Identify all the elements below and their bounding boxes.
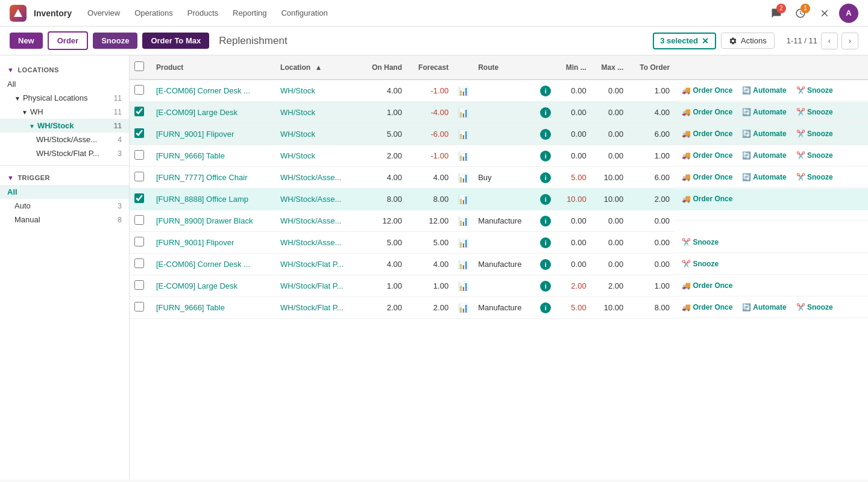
info-icon[interactable]: i xyxy=(540,86,551,96)
sidebar-physical-locations[interactable]: ▼Physical Locations 11 xyxy=(0,91,129,105)
location-link[interactable]: WH/Stock/Flat P... xyxy=(280,303,344,312)
close-icon-btn[interactable] xyxy=(815,4,834,23)
row-checkbox[interactable] xyxy=(134,237,144,246)
automate-button[interactable]: 🔄 Automate xyxy=(740,150,788,161)
location-link[interactable]: WH/Stock/Asse... xyxy=(280,216,341,225)
clock-icon-btn[interactable]: 1 xyxy=(791,4,810,23)
user-avatar[interactable]: A xyxy=(839,4,858,23)
location-link[interactable]: WH/Stock xyxy=(280,86,315,95)
prev-page-button[interactable]: ‹ xyxy=(821,33,838,49)
snooze-action-button[interactable]: ✂️ Snooze xyxy=(794,128,835,139)
nav-configuration[interactable]: Configuration xyxy=(275,6,333,20)
snooze-button[interactable]: Snooze xyxy=(93,33,137,49)
next-page-button[interactable]: › xyxy=(841,33,858,49)
order-to-max-button[interactable]: Order To Max xyxy=(142,33,209,49)
nav-operations[interactable]: Operations xyxy=(128,6,179,20)
sidebar-all-locations[interactable]: All xyxy=(0,77,129,91)
automate-button[interactable]: 🔄 Automate xyxy=(740,302,788,313)
order-once-button[interactable]: 🚚 Order Once xyxy=(679,150,735,161)
info-icon[interactable]: i xyxy=(540,302,551,313)
order-once-button[interactable]: 🚚 Order Once xyxy=(679,280,735,291)
chart-icon[interactable]: 📊 xyxy=(458,303,468,313)
chat-icon-btn[interactable]: 2 xyxy=(767,4,786,23)
order-once-button[interactable]: 🚚 Order Once xyxy=(679,128,735,139)
product-link[interactable]: [E-COM06] Corner Desk ... xyxy=(156,260,250,269)
chart-icon[interactable]: 📊 xyxy=(458,195,468,204)
product-link[interactable]: [FURN_8900] Drawer Black xyxy=(156,216,253,225)
info-icon[interactable]: i xyxy=(540,194,551,205)
location-column-header[interactable]: Location ▲ xyxy=(275,55,360,80)
order-once-button[interactable]: 🚚 Order Once xyxy=(679,172,735,183)
order-once-button[interactable]: 🚚 Order Once xyxy=(679,193,735,204)
location-link[interactable]: WH/Stock/Asse... xyxy=(280,195,341,204)
product-link[interactable]: [E-COM09] Large Desk xyxy=(156,108,237,117)
chart-icon[interactable]: 📊 xyxy=(458,130,468,139)
automate-button[interactable]: 🔄 Automate xyxy=(740,85,788,96)
select-all-checkbox[interactable] xyxy=(134,61,144,71)
product-link[interactable]: [FURN_9001] Flipover xyxy=(156,238,234,247)
chart-icon[interactable]: 📊 xyxy=(458,86,468,96)
info-icon[interactable]: i xyxy=(540,259,551,270)
row-checkbox[interactable] xyxy=(134,85,144,95)
automate-button[interactable]: 🔄 Automate xyxy=(740,172,788,183)
location-link[interactable]: WH/Stock/Asse... xyxy=(280,238,341,247)
product-link[interactable]: [FURN_8888] Office Lamp xyxy=(156,195,248,204)
clear-selection-icon[interactable]: ✕ xyxy=(702,36,709,46)
location-link[interactable]: WH/Stock xyxy=(280,151,315,160)
snooze-action-button[interactable]: ✂️ Snooze xyxy=(679,237,721,248)
sidebar-trigger-all[interactable]: All xyxy=(0,185,129,199)
sidebar-wh-stock-flat[interactable]: WH/Stock/Flat P... 3 xyxy=(0,146,129,160)
product-column-header[interactable]: Product xyxy=(151,55,275,80)
chart-icon[interactable]: 📊 xyxy=(458,260,468,269)
nav-reporting[interactable]: Reporting xyxy=(227,6,272,20)
order-once-button[interactable]: 🚚 Order Once xyxy=(679,302,735,313)
info-icon[interactable]: i xyxy=(540,281,551,292)
snooze-action-button[interactable]: ✂️ Snooze xyxy=(794,302,835,313)
row-checkbox[interactable] xyxy=(134,302,144,311)
chart-icon[interactable]: 📊 xyxy=(458,216,468,226)
new-button[interactable]: New xyxy=(10,33,43,49)
chart-icon[interactable]: 📊 xyxy=(458,108,468,117)
row-checkbox[interactable] xyxy=(134,193,144,203)
sidebar-wh-stock-asse[interactable]: WH/Stock/Asse... 4 xyxy=(0,133,129,146)
row-checkbox[interactable] xyxy=(134,172,144,181)
sidebar-wh-stock[interactable]: ▼WH/Stock 11 xyxy=(0,119,129,133)
location-link[interactable]: WH/Stock xyxy=(280,108,315,117)
app-logo[interactable] xyxy=(10,5,27,22)
selected-badge[interactable]: 3 selected ✕ xyxy=(653,33,716,49)
sidebar-manual[interactable]: Manual 8 xyxy=(0,213,129,227)
row-checkbox[interactable] xyxy=(134,128,144,138)
row-checkbox[interactable] xyxy=(134,107,144,116)
chart-icon[interactable]: 📊 xyxy=(458,173,468,183)
row-checkbox[interactable] xyxy=(134,150,144,160)
sidebar-wh[interactable]: ▼WH 11 xyxy=(0,105,129,119)
info-icon[interactable]: i xyxy=(540,237,551,248)
chart-icon[interactable]: 📊 xyxy=(458,238,468,248)
location-link[interactable]: WH/Stock/Asse... xyxy=(280,173,341,182)
product-link[interactable]: [FURN_9666] Table xyxy=(156,151,225,160)
order-button[interactable]: Order xyxy=(48,31,88,50)
snooze-action-button[interactable]: ✂️ Snooze xyxy=(794,172,835,183)
product-link[interactable]: [FURN_9666] Table xyxy=(156,303,225,312)
row-checkbox[interactable] xyxy=(134,215,144,225)
row-checkbox[interactable] xyxy=(134,258,144,268)
location-link[interactable]: WH/Stock/Flat P... xyxy=(280,260,344,269)
location-link[interactable]: WH/Stock xyxy=(280,130,315,139)
info-icon[interactable]: i xyxy=(540,172,551,183)
product-link[interactable]: [E-COM09] Large Desk xyxy=(156,281,237,290)
row-checkbox[interactable] xyxy=(134,280,144,290)
location-link[interactable]: WH/Stock/Flat P... xyxy=(280,281,344,290)
info-icon[interactable]: i xyxy=(540,129,551,140)
chart-icon[interactable]: 📊 xyxy=(458,151,468,161)
product-link[interactable]: [E-COM06] Corner Desk ... xyxy=(156,86,250,95)
automate-button[interactable]: 🔄 Automate xyxy=(740,107,788,117)
product-link[interactable]: [FURN_7777] Office Chair xyxy=(156,173,248,182)
snooze-action-button[interactable]: ✂️ Snooze xyxy=(794,150,835,161)
automate-button[interactable]: 🔄 Automate xyxy=(740,128,788,139)
info-icon[interactable]: i xyxy=(540,151,551,161)
actions-button[interactable]: Actions xyxy=(721,33,775,49)
snooze-action-button[interactable]: ✂️ Snooze xyxy=(794,107,835,117)
product-link[interactable]: [FURN_9001] Flipover xyxy=(156,130,234,139)
snooze-action-button[interactable]: ✂️ Snooze xyxy=(794,85,835,96)
nav-products[interactable]: Products xyxy=(181,6,224,20)
